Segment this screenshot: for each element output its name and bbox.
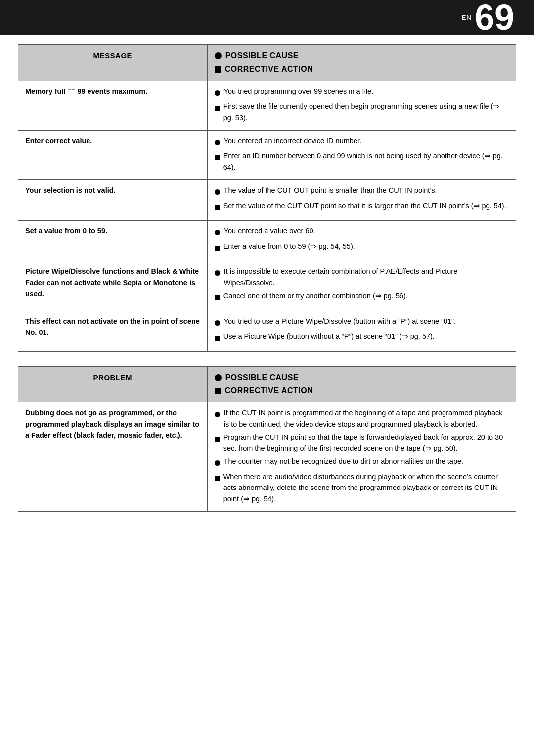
square-bullet: [215, 476, 220, 481]
cause-item: You tried programming over 99 scenes in …: [215, 86, 509, 99]
cause-item: You tried to use a Picture Wipe/Dissolve…: [215, 316, 509, 329]
square-bullet-header2: [215, 388, 221, 394]
cause-cell: The value of the CUT OUT point is smalle…: [207, 180, 516, 221]
cause-cell: If the CUT IN point is programmed at the…: [207, 402, 516, 512]
cause-item: Cancel one of them or try another combin…: [215, 290, 509, 303]
circle-bullet-header2: [215, 374, 222, 381]
table-row: This effect can not activate on the in p…: [18, 311, 516, 351]
cause-cell: You tried to use a Picture Wipe/Dissolve…: [207, 311, 516, 351]
cause-text: Cancel one of them or try another combin…: [223, 290, 509, 301]
problem-col-header: PROBLEM: [18, 366, 208, 402]
cause-item: Enter an ID number between 0 and 99 whic…: [215, 150, 509, 173]
table-row: Memory full ⁻⁻ 99 events maximum.You tri…: [18, 81, 516, 130]
square-bullet: [215, 437, 220, 442]
circle-bullet-header: [215, 52, 222, 59]
cause-item: You entered an incorrect device ID numbe…: [215, 135, 509, 148]
square-bullet: [215, 246, 220, 251]
cause-text: Use a Picture Wipe (button without a “P”…: [223, 331, 509, 342]
cause-text: You entered an incorrect device ID numbe…: [224, 135, 509, 146]
cause-text: When there are audio/video disturbances …: [223, 471, 509, 504]
cause-text: The value of the CUT OUT point is smalle…: [224, 185, 509, 196]
cause-item: The value of the CUT OUT point is smalle…: [215, 185, 509, 198]
cause-item: When there are audio/video disturbances …: [215, 471, 509, 504]
square-bullet: [215, 295, 220, 300]
page-number: 69: [475, 0, 514, 35]
cause-text: First save the file currently opened the…: [223, 101, 509, 123]
en-label: EN: [462, 14, 472, 21]
cause-col-header: POSSIBLE CAUSE CORRECTIVE ACTION: [207, 45, 516, 81]
square-bullet: [215, 155, 220, 160]
circle-bullet: [215, 140, 220, 145]
cause-text: If the CUT IN point is programmed at the…: [224, 407, 509, 430]
cause-text: Enter a value from 0 to 59 (⇒ pg. 54, 55…: [223, 241, 509, 252]
cause-item: Set the value of the CUT OUT point so th…: [215, 200, 509, 213]
square-bullet-header: [215, 66, 221, 73]
page-header: EN 69: [0, 0, 534, 35]
table-row: Enter correct value.You entered an incor…: [18, 131, 516, 180]
circle-bullet: [215, 460, 220, 466]
circle-bullet: [215, 230, 220, 235]
cause-cell: It is impossible to execute certain comb…: [207, 261, 516, 311]
table-row: Your selection is not valid.The value of…: [18, 180, 516, 221]
table-row: Set a value from 0 to 59.You entered a v…: [18, 221, 516, 261]
cause-item: Use a Picture Wipe (button without a “P”…: [215, 331, 509, 344]
cause-text: The counter may not be recognized due to…: [224, 456, 509, 467]
circle-bullet: [215, 320, 220, 326]
cause-cell: You tried programming over 99 scenes in …: [207, 81, 516, 130]
cause-item: The counter may not be recognized due to…: [215, 456, 509, 469]
circle-bullet: [215, 90, 220, 96]
problem-table: PROBLEM POSSIBLE CAUSE CORRECTIVE ACTION: [18, 366, 516, 512]
main-content: MESSAGE POSSIBLE CAUSE CORRECTIVE ACTION: [0, 35, 534, 541]
cause-text: You tried programming over 99 scenes in …: [224, 86, 509, 97]
cause-text: It is impossible to execute certain comb…: [224, 266, 509, 288]
cause-item: If the CUT IN point is programmed at the…: [215, 407, 509, 430]
cause-text: Set the value of the CUT OUT point so th…: [223, 200, 509, 211]
message-cell: Dubbing does not go as programmed, or th…: [18, 402, 208, 512]
message-cell: This effect can not activate on the in p…: [18, 311, 208, 351]
cause-text: You entered a value over 60.: [224, 225, 509, 236]
message-table: MESSAGE POSSIBLE CAUSE CORRECTIVE ACTION: [18, 44, 516, 352]
message-cell: Set a value from 0 to 59.: [18, 221, 208, 261]
message-cell: Enter correct value.: [18, 131, 208, 180]
cause-item: You entered a value over 60.: [215, 225, 509, 238]
message-cell: Your selection is not valid.: [18, 180, 208, 221]
table-row: Picture Wipe/Dissolve functions and Blac…: [18, 261, 516, 311]
square-bullet: [215, 336, 220, 341]
cause-item: Enter a value from 0 to 59 (⇒ pg. 54, 55…: [215, 241, 509, 254]
problem-cause-col-header: POSSIBLE CAUSE CORRECTIVE ACTION: [207, 366, 516, 402]
cause-item: First save the file currently opened the…: [215, 101, 509, 123]
message-cell: Memory full ⁻⁻ 99 events maximum.: [18, 81, 208, 130]
cause-text: Enter an ID number between 0 and 99 whic…: [223, 150, 509, 173]
cause-text: You tried to use a Picture Wipe/Dissolve…: [224, 316, 509, 327]
cause-cell: You entered a value over 60.Enter a valu…: [207, 221, 516, 261]
message-cell: Picture Wipe/Dissolve functions and Blac…: [18, 261, 208, 311]
cause-item: Program the CUT IN point so that the tap…: [215, 432, 509, 454]
cause-text: Program the CUT IN point so that the tap…: [223, 432, 509, 454]
cause-item: It is impossible to execute certain comb…: [215, 266, 509, 288]
message-col-header: MESSAGE: [18, 45, 208, 81]
square-bullet: [215, 106, 220, 111]
table-row: Dubbing does not go as programmed, or th…: [18, 402, 516, 512]
circle-bullet: [215, 189, 220, 195]
cause-cell: You entered an incorrect device ID numbe…: [207, 131, 516, 180]
circle-bullet: [215, 412, 220, 417]
square-bullet: [215, 205, 220, 210]
circle-bullet: [215, 270, 220, 276]
